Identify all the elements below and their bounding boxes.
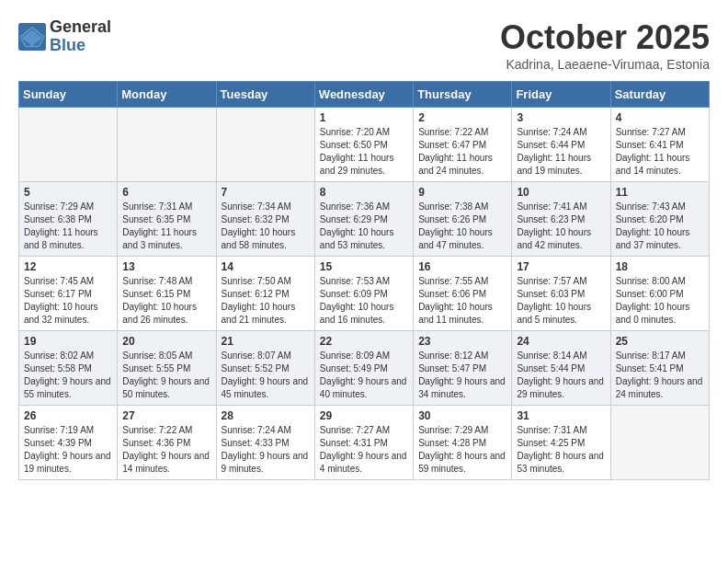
calendar-day-cell: 16Sunrise: 7:55 AM Sunset: 6:06 PM Dayli… [414, 257, 512, 331]
day-number: 24 [517, 335, 605, 348]
day-info: Sunrise: 7:53 AM Sunset: 6:09 PM Dayligh… [320, 275, 408, 327]
calendar-body: 1Sunrise: 7:20 AM Sunset: 6:50 PM Daylig… [19, 108, 710, 480]
day-info: Sunrise: 7:31 AM Sunset: 6:35 PM Dayligh… [122, 201, 210, 252]
weekday-header-wednesday: Wednesday [314, 82, 413, 108]
day-info: Sunrise: 7:22 AM Sunset: 4:36 PM Dayligh… [122, 424, 210, 476]
calendar-week-5: 26Sunrise: 7:19 AM Sunset: 4:39 PM Dayli… [19, 406, 710, 480]
day-number: 15 [320, 260, 408, 273]
day-info: Sunrise: 7:24 AM Sunset: 6:44 PM Dayligh… [517, 126, 605, 178]
day-info: Sunrise: 7:36 AM Sunset: 6:29 PM Dayligh… [320, 201, 408, 252]
day-number: 31 [517, 409, 605, 422]
day-number: 2 [418, 111, 506, 124]
calendar-day-cell: 10Sunrise: 7:41 AM Sunset: 6:23 PM Dayli… [512, 182, 610, 257]
weekday-row: SundayMondayTuesdayWednesdayThursdayFrid… [19, 82, 710, 108]
day-number: 27 [122, 409, 210, 422]
weekday-header-friday: Friday [512, 82, 610, 108]
day-info: Sunrise: 8:07 AM Sunset: 5:52 PM Dayligh… [222, 350, 310, 401]
calendar-day-cell: 4Sunrise: 7:27 AM Sunset: 6:41 PM Daylig… [610, 108, 709, 182]
weekday-header-thursday: Thursday [414, 82, 512, 108]
calendar-day-cell: 5Sunrise: 7:29 AM Sunset: 6:38 PM Daylig… [19, 182, 118, 257]
calendar-day-cell: 6Sunrise: 7:31 AM Sunset: 6:35 PM Daylig… [118, 182, 216, 257]
day-number: 3 [517, 111, 605, 124]
calendar-day-cell: 25Sunrise: 8:17 AM Sunset: 5:41 PM Dayli… [610, 331, 709, 406]
calendar-day-cell: 30Sunrise: 7:29 AM Sunset: 4:28 PM Dayli… [414, 406, 512, 480]
month-title: October 2025 [500, 18, 710, 57]
calendar-day-cell [19, 108, 118, 182]
day-info: Sunrise: 8:14 AM Sunset: 5:44 PM Dayligh… [517, 350, 605, 401]
logo: General Blue [18, 18, 111, 55]
calendar-day-cell: 24Sunrise: 8:14 AM Sunset: 5:44 PM Dayli… [512, 331, 610, 406]
location-subtitle: Kadrina, Laeaene-Virumaa, Estonia [500, 57, 710, 72]
calendar-day-cell: 14Sunrise: 7:50 AM Sunset: 6:12 PM Dayli… [216, 257, 314, 331]
day-number: 30 [418, 409, 506, 422]
day-info: Sunrise: 7:43 AM Sunset: 6:20 PM Dayligh… [616, 201, 704, 252]
day-number: 22 [320, 335, 408, 348]
calendar-day-cell: 3Sunrise: 7:24 AM Sunset: 6:44 PM Daylig… [512, 108, 610, 182]
calendar-day-cell: 19Sunrise: 8:02 AM Sunset: 5:58 PM Dayli… [19, 331, 118, 406]
calendar-day-cell [118, 108, 216, 182]
day-info: Sunrise: 7:50 AM Sunset: 6:12 PM Dayligh… [222, 275, 310, 327]
calendar-day-cell: 23Sunrise: 8:12 AM Sunset: 5:47 PM Dayli… [414, 331, 512, 406]
calendar-header: SundayMondayTuesdayWednesdayThursdayFrid… [19, 82, 710, 108]
day-info: Sunrise: 7:22 AM Sunset: 6:47 PM Dayligh… [418, 126, 506, 178]
weekday-header-sunday: Sunday [19, 82, 118, 108]
logo-general: General [50, 18, 111, 37]
day-info: Sunrise: 7:20 AM Sunset: 6:50 PM Dayligh… [320, 126, 408, 178]
weekday-header-tuesday: Tuesday [216, 82, 314, 108]
day-number: 29 [320, 409, 408, 422]
calendar-day-cell: 22Sunrise: 8:09 AM Sunset: 5:49 PM Dayli… [314, 331, 413, 406]
day-info: Sunrise: 7:41 AM Sunset: 6:23 PM Dayligh… [517, 201, 605, 252]
calendar-day-cell [610, 406, 709, 480]
calendar-day-cell: 1Sunrise: 7:20 AM Sunset: 6:50 PM Daylig… [314, 108, 413, 182]
day-number: 9 [418, 186, 506, 199]
day-info: Sunrise: 8:17 AM Sunset: 5:41 PM Dayligh… [616, 350, 704, 401]
day-number: 25 [616, 335, 704, 348]
logo-blue: Blue [50, 37, 111, 55]
day-number: 8 [320, 186, 408, 199]
day-number: 13 [122, 260, 210, 273]
weekday-header-saturday: Saturday [610, 82, 709, 108]
day-info: Sunrise: 7:38 AM Sunset: 6:26 PM Dayligh… [418, 201, 506, 252]
calendar-week-4: 19Sunrise: 8:02 AM Sunset: 5:58 PM Dayli… [19, 331, 710, 406]
weekday-header-monday: Monday [118, 82, 216, 108]
day-info: Sunrise: 7:55 AM Sunset: 6:06 PM Dayligh… [418, 275, 506, 327]
day-number: 26 [24, 409, 112, 422]
page-header: General Blue October 2025 Kadrina, Laeae… [18, 18, 710, 72]
day-info: Sunrise: 8:00 AM Sunset: 6:00 PM Dayligh… [616, 275, 704, 327]
calendar-day-cell: 9Sunrise: 7:38 AM Sunset: 6:26 PM Daylig… [414, 182, 512, 257]
calendar-day-cell: 27Sunrise: 7:22 AM Sunset: 4:36 PM Dayli… [118, 406, 216, 480]
day-number: 6 [122, 186, 210, 199]
day-number: 10 [517, 186, 605, 199]
day-number: 20 [122, 335, 210, 348]
day-info: Sunrise: 7:34 AM Sunset: 6:32 PM Dayligh… [222, 201, 310, 252]
calendar-day-cell: 18Sunrise: 8:00 AM Sunset: 6:00 PM Dayli… [610, 257, 709, 331]
day-info: Sunrise: 7:24 AM Sunset: 4:33 PM Dayligh… [222, 424, 310, 476]
day-number: 23 [418, 335, 506, 348]
calendar-day-cell: 31Sunrise: 7:31 AM Sunset: 4:25 PM Dayli… [512, 406, 610, 480]
day-number: 28 [222, 409, 310, 422]
calendar-day-cell: 8Sunrise: 7:36 AM Sunset: 6:29 PM Daylig… [314, 182, 413, 257]
day-number: 7 [222, 186, 310, 199]
calendar-day-cell: 11Sunrise: 7:43 AM Sunset: 6:20 PM Dayli… [610, 182, 709, 257]
day-number: 4 [616, 111, 704, 124]
day-number: 16 [418, 260, 506, 273]
day-info: Sunrise: 8:09 AM Sunset: 5:49 PM Dayligh… [320, 350, 408, 401]
day-info: Sunrise: 8:12 AM Sunset: 5:47 PM Dayligh… [418, 350, 506, 401]
day-info: Sunrise: 7:48 AM Sunset: 6:15 PM Dayligh… [122, 275, 210, 327]
day-number: 21 [222, 335, 310, 348]
calendar-day-cell: 26Sunrise: 7:19 AM Sunset: 4:39 PM Dayli… [19, 406, 118, 480]
day-info: Sunrise: 7:27 AM Sunset: 4:31 PM Dayligh… [320, 424, 408, 476]
day-number: 18 [616, 260, 704, 273]
day-number: 19 [24, 335, 112, 348]
calendar-week-1: 1Sunrise: 7:20 AM Sunset: 6:50 PM Daylig… [19, 108, 710, 182]
logo-text: General Blue [50, 18, 111, 55]
title-section: October 2025 Kadrina, Laeaene-Virumaa, E… [500, 18, 710, 72]
calendar-day-cell: 28Sunrise: 7:24 AM Sunset: 4:33 PM Dayli… [216, 406, 314, 480]
day-info: Sunrise: 7:27 AM Sunset: 6:41 PM Dayligh… [616, 126, 704, 178]
calendar-day-cell: 17Sunrise: 7:57 AM Sunset: 6:03 PM Dayli… [512, 257, 610, 331]
day-number: 5 [24, 186, 112, 199]
calendar-day-cell: 13Sunrise: 7:48 AM Sunset: 6:15 PM Dayli… [118, 257, 216, 331]
day-number: 14 [222, 260, 310, 273]
day-info: Sunrise: 7:29 AM Sunset: 4:28 PM Dayligh… [418, 424, 506, 476]
calendar-day-cell: 12Sunrise: 7:45 AM Sunset: 6:17 PM Dayli… [19, 257, 118, 331]
